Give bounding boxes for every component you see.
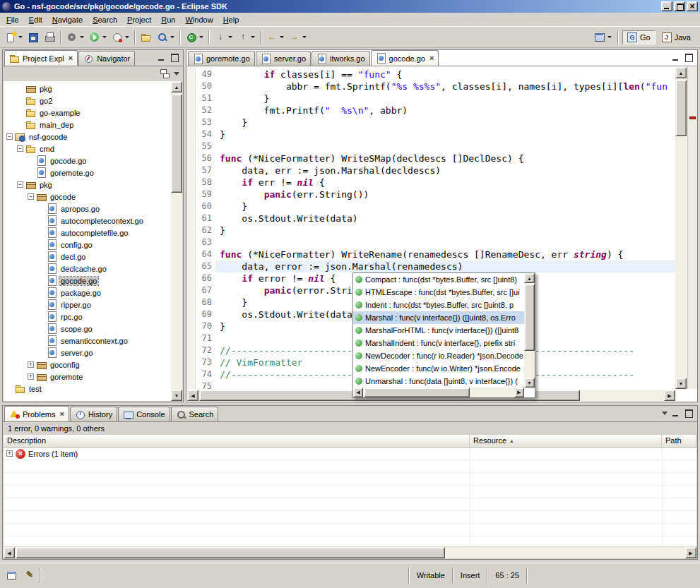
dropdown-arrow-icon[interactable] [102,36,107,38]
scroll-left-icon[interactable]: ◀ [353,388,363,397]
close-icon[interactable]: × [58,410,64,418]
dropdown-arrow-icon[interactable] [199,36,203,38]
code-line-65[interactable]: data, error := json.Marshal(renamedescs) [215,260,675,272]
tree-item-apropos-go[interactable]: apropos.go [4,203,171,215]
scroll-right-icon[interactable]: ▶ [514,388,524,397]
restore-button[interactable] [674,1,685,11]
scroll-thumb[interactable] [524,284,535,351]
maximize-view-icon[interactable] [169,52,181,63]
tree-item-cmd[interactable]: −cmd [4,143,171,155]
menu-item-edit[interactable]: Edit [24,14,47,25]
editor-tab-gocode-go[interactable]: gocode.go× [371,50,439,66]
tree-item-rpc-go[interactable]: rpc.go [4,311,171,323]
error-marker[interactable] [689,116,696,119]
new-wizard-button[interactable] [3,29,25,46]
scroll-down-icon[interactable]: ▼ [524,378,535,388]
problems-row-errors-1-item-[interactable]: +Errors (1 item) [4,448,696,460]
tree-item-gocode-go[interactable]: gocode.go [4,275,171,287]
back-button[interactable]: ← [264,29,286,46]
expander-minus-icon[interactable]: − [28,193,34,200]
previous-annotation-button[interactable]: ↑ [235,29,257,46]
tree-scrollbar[interactable]: ▲ ▼ [171,81,182,401]
completion-item-3[interactable]: Marshal : func(v interface{}) ([]uint8, … [353,311,524,324]
expander-minus-icon[interactable]: − [17,145,23,152]
code-line-61[interactable]: os.Stdout.Write(data) [215,212,675,224]
tree-item-nsf-gocode[interactable]: −nsf-gocode [4,131,171,143]
code-line-51[interactable]: } [215,92,675,104]
tree-item-decl-go[interactable]: decl.go [4,251,171,263]
maximize-view-icon[interactable] [683,408,695,419]
view-menu-icon[interactable] [174,72,179,76]
tree-item-scope-go[interactable]: scope.go [4,323,171,335]
tree-item-main-dep[interactable]: main_dep [4,119,171,131]
print-button[interactable] [42,29,57,46]
dropdown-arrow-icon[interactable] [80,36,84,38]
tree-item-goremote[interactable]: +goremote [4,371,171,383]
trim-fast-view-button[interactable] [4,569,20,582]
code-line-54[interactable]: } [215,128,675,140]
completion-item-5[interactable]: MarshalIndent : func(v interface{}, pref… [353,337,524,349]
minimize-view-icon[interactable] [156,52,168,63]
completion-horizontal-scrollbar[interactable]: ◀ ▶ [353,388,524,397]
completion-item-4[interactable]: MarshalForHTML : func(v interface{}) ([]… [353,324,524,337]
tree-item-gocode-go[interactable]: gocode.go [4,155,171,167]
code-line-55[interactable] [215,140,675,152]
expander-minus-icon[interactable]: − [6,133,13,140]
tree-item-config-go[interactable]: config.go [4,239,171,251]
tree-item-autocompletefile-go[interactable]: autocompletefile.go [4,227,171,239]
overview-ruler[interactable] [687,67,697,389]
column-header-description[interactable]: Description [4,435,470,447]
code-line-59[interactable]: panic(err.String()) [215,188,675,200]
scroll-up-icon[interactable]: ▲ [675,67,687,78]
view-menu-icon[interactable] [662,412,668,415]
open-resource-button[interactable] [138,29,154,46]
editor-tab-server-go[interactable]: server.go [256,51,311,66]
problems-tab-console[interactable]: Console [118,407,170,421]
completion-item-2[interactable]: Indent : func(dst *bytes.Buffer, src []u… [353,299,524,311]
code-line-60[interactable]: } [215,200,675,212]
code-line-52[interactable]: fmt.Printf(" %s\n", abbr) [215,104,675,116]
code-line-58[interactable]: if err != nil { [215,176,675,188]
scroll-right-icon[interactable]: ▶ [685,547,696,558]
perspective-go-button[interactable]: Go [622,30,655,44]
tree-item-semanticcontext-go[interactable]: semanticcontext.go [4,335,171,347]
tree-item-test[interactable]: test [4,383,171,395]
problems-tab-history[interactable]: History [70,407,117,421]
close-button[interactable] [687,1,698,11]
tree-item-go-example[interactable]: go-example [4,107,171,119]
code-line-49[interactable]: if classes[i] == "func" { [215,68,675,80]
editor-tab-goremote-go[interactable]: goremote.go [188,51,255,66]
view-tab-project-expl[interactable]: Project Expl× [4,50,78,66]
run-last-launched-button[interactable] [109,29,131,46]
minimize-view-icon[interactable] [670,52,682,63]
scroll-thumb[interactable] [675,80,687,136]
menu-item-window[interactable]: Window [180,14,218,25]
tree-item-autocompletecontext-go[interactable]: autocompletecontext.go [4,215,171,227]
code-line-64[interactable]: func (*NiceFormatter) WriteRename(rename… [215,248,675,260]
close-icon[interactable]: × [67,54,73,62]
expander-plus-icon[interactable]: + [28,373,34,380]
close-icon[interactable]: × [428,54,434,62]
menu-item-help[interactable]: Help [218,14,244,25]
tree-item-goconfig[interactable]: +goconfig [4,359,171,371]
scroll-thumb[interactable] [364,388,470,397]
menu-item-navigate[interactable]: Navigate [47,14,88,25]
code-line-63[interactable] [215,236,675,248]
run-button[interactable] [87,29,109,46]
dropdown-arrow-icon[interactable] [228,36,232,38]
scroll-down-icon[interactable]: ▼ [171,390,182,401]
menu-item-search[interactable]: Search [88,14,122,25]
completion-item-0[interactable]: Compact : func(dst *bytes.Buffer, src []… [353,273,524,286]
titlebar[interactable]: Go - nsf-gocode/src/pkg/gocode/gocode.go… [0,0,700,13]
menu-item-run[interactable]: Run [156,14,180,25]
perspective-java-button[interactable]: Java [657,30,696,44]
column-header-path[interactable]: Path [662,435,696,447]
menu-item-file[interactable]: File [1,14,24,25]
code-line-53[interactable]: } [215,116,675,128]
next-annotation-button[interactable]: ↓ [213,29,235,46]
trim-pencil-button[interactable]: ✎ [22,569,37,582]
scroll-right-icon[interactable]: ▶ [664,390,675,401]
dropdown-arrow-icon[interactable] [251,36,255,38]
scroll-left-icon[interactable]: ◀ [187,390,198,401]
view-tab-navigator[interactable]: Navigator [78,51,135,66]
